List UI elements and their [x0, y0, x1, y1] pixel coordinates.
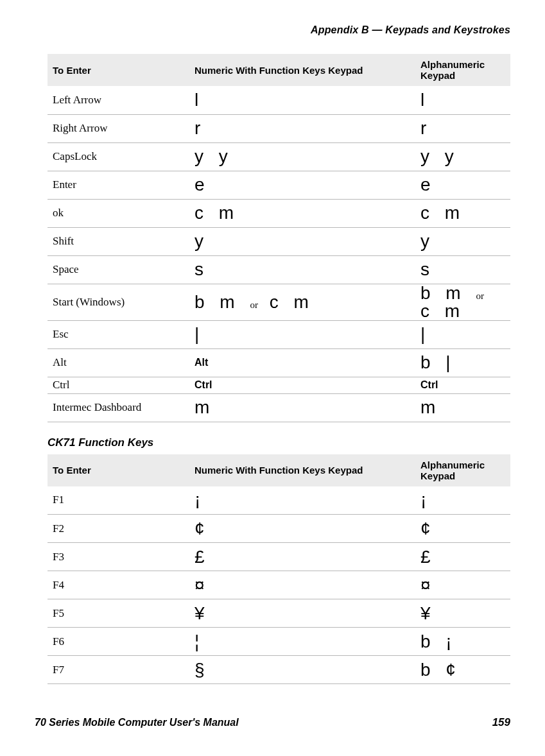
keystroke-alpha: e	[415, 171, 510, 199]
table-row: F7§b ¢	[48, 656, 510, 684]
row-label: ok	[48, 199, 189, 227]
table-row: Intermec Dashboardmm	[48, 393, 510, 422]
table2-head: To Enter Numeric With Function Keys Keyp…	[48, 454, 510, 486]
table1-head: To Enter Numeric With Function Keys Keyp…	[48, 54, 510, 86]
keystroke-alpha: c m	[415, 199, 510, 227]
keystroke-num: b m or c m	[189, 284, 415, 320]
row-label: F3	[48, 543, 189, 571]
keystroke-num: ¦	[189, 628, 415, 656]
table-row: Start (Windows)b m or c mb m or c m	[48, 284, 510, 320]
table-row: F3££	[48, 543, 510, 571]
keystroke-alpha: |	[415, 320, 510, 348]
section-title-function-keys: CK71 Function Keys	[48, 436, 510, 449]
keystroke-alpha: £	[415, 543, 510, 571]
keystroke-alpha: ¢	[415, 515, 510, 543]
keystroke-num: l	[189, 86, 415, 114]
keystroke-num: y	[189, 227, 415, 255]
table1-header-to-enter: To Enter	[48, 54, 189, 86]
row-label: Left Arrow	[48, 86, 189, 114]
keystroke-num: ¤	[189, 571, 415, 599]
keystroke-num: £	[189, 543, 415, 571]
keystroke-num: m	[189, 393, 415, 422]
keystroke-num: ¢	[189, 515, 415, 543]
row-label: F4	[48, 571, 189, 599]
row-label: F7	[48, 656, 189, 684]
table-row: CapsLocky yy y	[48, 142, 510, 171]
row-label: Esc	[48, 320, 189, 348]
keystroke-alpha: m	[415, 393, 510, 422]
keystroke-num-bold: Alt	[189, 348, 415, 377]
keystroke-num: §	[189, 656, 415, 684]
keystroke-num: c m	[189, 199, 415, 227]
keystroke-num-bold: Ctrl	[189, 377, 415, 393]
table2-header-alpha: Alphanumeric Keypad	[415, 454, 510, 486]
table-row: F2¢¢	[48, 515, 510, 543]
table-row: Enteree	[48, 171, 510, 199]
keystroke-alpha: y	[415, 227, 510, 255]
table-row: F5¥¥	[48, 599, 510, 628]
keystroke-alpha: b ¡	[415, 628, 510, 656]
table-row: Right Arrowrr	[48, 114, 510, 142]
row-label: Ctrl	[48, 377, 189, 393]
keystroke-num: s	[189, 255, 415, 284]
table-row: Shiftyy	[48, 227, 510, 255]
row-label: F1	[48, 486, 189, 515]
table-row: AltAltb |	[48, 348, 510, 377]
keystroke-alpha: l	[415, 86, 510, 114]
keystrokes-table-1: To Enter Numeric With Function Keys Keyp…	[48, 54, 510, 422]
keystroke-alpha: ¡	[415, 486, 510, 515]
keystroke-alpha: y y	[415, 142, 510, 171]
keystroke-alpha: r	[415, 114, 510, 142]
keystroke-alpha: b m or c m	[415, 284, 510, 320]
row-label: Alt	[48, 348, 189, 377]
row-label: Space	[48, 255, 189, 284]
keystroke-num: |	[189, 320, 415, 348]
keystroke-num: e	[189, 171, 415, 199]
table-row: Spacess	[48, 255, 510, 284]
keystroke-alpha: s	[415, 255, 510, 284]
table2-header-to-enter: To Enter	[48, 454, 189, 486]
table-row: F1¡¡	[48, 486, 510, 515]
keystroke-num: ¥	[189, 599, 415, 628]
footer-page-number: 159	[492, 716, 510, 729]
row-label: Start (Windows)	[48, 284, 189, 320]
running-head: Appendix B — Keypads and Keystrokes	[48, 24, 510, 36]
keystroke-alpha: b ¢	[415, 656, 510, 684]
row-label: Right Arrow	[48, 114, 189, 142]
keystroke-num: ¡	[189, 486, 415, 515]
table-row: CtrlCtrlCtrl	[48, 377, 510, 393]
keystroke-alpha: b |	[415, 348, 510, 377]
page-footer: 70 Series Mobile Computer User's Manual …	[35, 716, 510, 729]
table-row: Esc||	[48, 320, 510, 348]
row-label: F5	[48, 599, 189, 628]
row-label: F6	[48, 628, 189, 656]
table2-header-numeric: Numeric With Function Keys Keypad	[189, 454, 415, 486]
table-row: F6¦b ¡	[48, 628, 510, 656]
table-row: F4¤¤	[48, 571, 510, 599]
keystroke-alpha: ¤	[415, 571, 510, 599]
row-label: Shift	[48, 227, 189, 255]
table1-header-numeric: Numeric With Function Keys Keypad	[189, 54, 415, 86]
keystroke-num: r	[189, 114, 415, 142]
row-label: F2	[48, 515, 189, 543]
row-label: CapsLock	[48, 142, 189, 171]
keystroke-alpha: ¥	[415, 599, 510, 628]
row-label: Intermec Dashboard	[48, 393, 189, 422]
table-row: Left Arrowll	[48, 86, 510, 114]
keystrokes-table-2: To Enter Numeric With Function Keys Keyp…	[48, 454, 510, 685]
keystroke-alpha-bold: Ctrl	[415, 377, 510, 393]
table-row: okc mc m	[48, 199, 510, 227]
table1-header-alpha: Alphanumeric Keypad	[415, 54, 510, 86]
keystroke-num: y y	[189, 142, 415, 171]
footer-manual-title: 70 Series Mobile Computer User's Manual	[35, 717, 239, 728]
row-label: Enter	[48, 171, 189, 199]
